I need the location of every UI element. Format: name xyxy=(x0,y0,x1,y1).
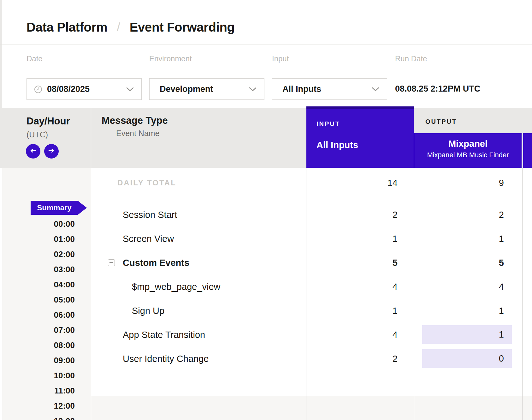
hour-item-0100[interactable]: 01:00 xyxy=(0,234,75,244)
output-count: 1 xyxy=(414,227,504,251)
hour-item-1000[interactable]: 10:00 xyxy=(0,370,75,381)
table-row-user-identity-change: User Identity Change 2 0 xyxy=(91,347,532,371)
mixpanel-column-subtitle: Mixpanel MB Music Finder xyxy=(414,151,522,159)
environment-filter-value: Development xyxy=(160,84,213,94)
table-row-custom-events: Custom Events 5 5 xyxy=(91,251,532,275)
column-header-day-hour-unit: (UTC) xyxy=(27,130,48,139)
event-name-label: $mp_web_page_view xyxy=(132,275,221,299)
output-count: 2 xyxy=(414,203,504,227)
output-count: 4 xyxy=(414,275,504,299)
date-filter-value: 08/08/2025 xyxy=(47,84,90,94)
chevron-down-icon xyxy=(126,87,134,93)
date-filter-dropdown[interactable]: 08/08/2025 xyxy=(27,78,142,100)
input-count: 1 xyxy=(306,299,398,323)
mixpanel-column-header: Mixpanel Mixpanel MB Music Finder xyxy=(414,133,522,168)
event-name-label: Sign Up xyxy=(132,299,164,323)
message-type-label: Session Start xyxy=(123,203,177,227)
hour-item-0000[interactable]: 00:00 xyxy=(0,219,75,229)
column-header-message-type: Message Type xyxy=(102,115,168,126)
breadcrumb-separator: / xyxy=(117,21,120,34)
column-header-event-name: Event Name xyxy=(116,129,160,138)
input-count: 2 xyxy=(306,203,398,227)
output-count: 5 xyxy=(414,251,504,275)
hour-item-0500[interactable]: 05:00 xyxy=(0,294,75,305)
input-filter-value: All Inputs xyxy=(282,84,321,94)
input-count: 1 xyxy=(306,227,398,251)
environment-filter-dropdown[interactable]: Development xyxy=(149,78,264,100)
hour-item-0800[interactable]: 08:00 xyxy=(0,340,75,351)
output-column-divider-2 xyxy=(522,168,523,420)
minus-glyph xyxy=(109,262,113,263)
mixpanel-column-title: Mixpanel xyxy=(414,138,522,149)
column-header-day-hour: Day/Hour xyxy=(27,116,70,127)
input-column-title: All Inputs xyxy=(316,140,358,150)
run-date-value: 08.08.25 2:12PM UTC xyxy=(395,84,480,94)
table-row-session-start: Session Start 2 2 xyxy=(91,203,532,227)
environment-filter-label: Environment xyxy=(149,54,192,63)
hour-item-0400[interactable]: 04:00 xyxy=(0,279,75,290)
input-group-label: INPUT xyxy=(316,120,340,128)
collapse-icon[interactable] xyxy=(108,259,115,266)
input-filter-dropdown[interactable]: All Inputs xyxy=(272,78,387,100)
hour-item-1100[interactable]: 11:00 xyxy=(0,385,75,396)
output-count-highlighted: 1 xyxy=(422,325,512,344)
clock-icon xyxy=(34,85,43,95)
chevron-down-icon xyxy=(372,87,379,93)
message-type-label: App State Transition xyxy=(123,323,205,347)
hour-item-0700[interactable]: 07:00 xyxy=(0,325,75,335)
summary-tab[interactable]: Summary xyxy=(31,201,78,215)
input-column-divider xyxy=(306,108,306,420)
hour-item-0300[interactable]: 03:00 xyxy=(0,264,75,275)
table-row-app-state-transition: App State Transition 4 1 xyxy=(91,323,532,347)
breadcrumb-section[interactable]: Data Platform xyxy=(27,20,107,34)
run-date-label: Run Date xyxy=(395,54,427,63)
page-title: Event Forwarding xyxy=(130,20,235,34)
hour-item-0600[interactable]: 06:00 xyxy=(0,309,75,320)
next-output-column-header-partial xyxy=(523,133,532,168)
output-column-divider xyxy=(414,168,414,420)
summary-tab-arrow xyxy=(78,201,87,215)
header-divider xyxy=(0,45,532,45)
input-column-accent-bar xyxy=(306,106,414,109)
daily-total-label: DAILY TOTAL xyxy=(117,168,176,198)
hour-item-1300[interactable]: 13:00 xyxy=(0,416,75,420)
hour-item-1200[interactable]: 12:00 xyxy=(0,400,75,411)
arrow-left-icon xyxy=(29,148,37,154)
arrow-right-icon xyxy=(47,148,56,154)
daily-total-output-count: 9 xyxy=(414,168,504,198)
input-count: 5 xyxy=(306,251,398,275)
daily-total-row: DAILY TOTAL 14 9 xyxy=(91,168,532,198)
output-count-highlighted: 0 xyxy=(422,349,512,368)
hour-nav-prev-button[interactable] xyxy=(26,144,40,159)
output-group-label: OUTPUT xyxy=(425,118,457,125)
table-row-mp-web-page-view: $mp_web_page_view 4 4 xyxy=(91,275,532,299)
date-filter-label: Date xyxy=(27,54,43,63)
table-row-sign-up: Sign Up 1 1 xyxy=(91,299,532,323)
input-column-header: INPUT All Inputs xyxy=(306,106,414,168)
breadcrumb: Data Platform / Event Forwarding xyxy=(27,20,235,34)
input-count: 4 xyxy=(306,323,398,347)
message-type-label: Screen View xyxy=(123,227,174,251)
input-filter-label: Input xyxy=(272,54,289,63)
sidebar-column-divider xyxy=(91,108,91,420)
input-count: 2 xyxy=(306,347,398,371)
page-edge-strip xyxy=(0,0,2,108)
input-count: 4 xyxy=(306,275,398,299)
daily-total-input-count: 14 xyxy=(306,168,398,198)
message-type-label: Custom Events xyxy=(123,251,189,275)
output-count: 1 xyxy=(414,299,504,323)
empty-rows-zone xyxy=(91,396,532,420)
hour-item-0900[interactable]: 09:00 xyxy=(0,355,75,366)
chevron-down-icon xyxy=(249,87,257,93)
hour-item-0200[interactable]: 02:00 xyxy=(0,249,75,260)
message-type-label: User Identity Change xyxy=(123,347,209,371)
event-forwarding-page: Data Platform / Event Forwarding Date En… xyxy=(0,0,532,420)
hour-nav-next-button[interactable] xyxy=(44,144,59,159)
table-row-screen-view: Screen View 1 1 xyxy=(91,227,532,251)
